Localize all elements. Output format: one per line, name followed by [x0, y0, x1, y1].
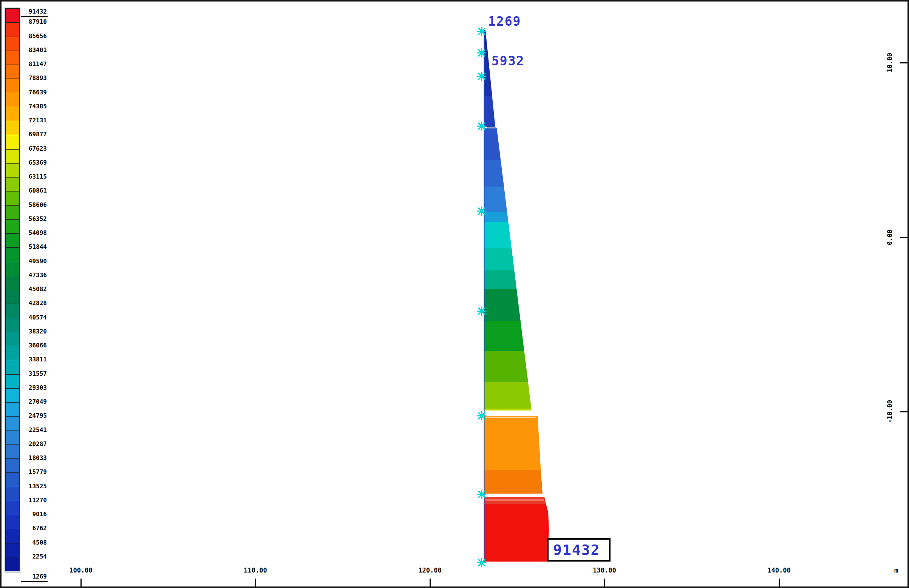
node-star-icon	[477, 307, 486, 315]
legend-tick-label: 38320	[18, 328, 47, 335]
y-axis-tick-label: 0.00	[881, 215, 898, 260]
x-axis-tick	[81, 578, 82, 587]
legend-tick-label: 65369	[18, 159, 47, 166]
legend-color-band	[5, 8, 19, 23]
legend-tick-label: 31557	[18, 370, 47, 377]
force-diagram-band	[484, 409, 532, 410]
y-axis-tick-label: 10.00	[881, 40, 898, 86]
legend-tick-label: 15779	[18, 468, 47, 475]
x-axis-tick	[255, 578, 256, 587]
legend-color-band	[5, 557, 19, 571]
legend-tick-label: 33811	[18, 356, 47, 363]
y-axis-tick-label: -10.00	[881, 389, 898, 434]
legend-tick-label: 11270	[18, 497, 47, 504]
y-axis-tick	[900, 62, 909, 63]
legend-color-band	[5, 543, 19, 557]
legend-tick-label: 24795	[18, 412, 47, 419]
legend-color-band	[5, 149, 19, 163]
legend-color-band	[5, 205, 19, 220]
force-diagram-band	[484, 248, 514, 270]
legend-color-band	[5, 135, 19, 149]
legend-tick-label: 4508	[18, 539, 47, 546]
legend-tick-label: 9016	[18, 510, 47, 518]
y-axis-tick-label-text: -10.00	[886, 400, 893, 423]
y-axis-tick	[900, 411, 909, 412]
node-star-icon	[477, 122, 486, 130]
legend-tick-label: 69877	[18, 131, 47, 138]
force-diagram-band	[484, 416, 541, 470]
legend-color-band	[5, 107, 19, 121]
legend-color-band	[5, 529, 19, 543]
force-diagram-band	[484, 270, 517, 289]
legend-color-band	[5, 121, 19, 135]
legend-color-band	[5, 177, 19, 191]
legend-color-band	[5, 247, 19, 262]
legend-color-band	[5, 65, 19, 79]
node-star-icon	[477, 412, 486, 420]
y-axis-tick	[900, 237, 909, 238]
x-axis-tick	[430, 578, 431, 587]
force-diagram-band	[484, 212, 508, 222]
node-star-icon	[477, 27, 486, 36]
legend-tick-label: 51844	[18, 243, 47, 250]
legend-color-band	[5, 220, 19, 234]
x-axis-tick	[604, 578, 605, 587]
legend-color-band	[5, 515, 19, 529]
legend-color-band	[5, 332, 19, 346]
legend-color-band	[5, 22, 19, 37]
legend-color-band	[5, 276, 19, 290]
force-diagram-band	[484, 62, 492, 96]
node-value-label-upper: 5932	[492, 53, 524, 68]
legend-tick-label: 76639	[18, 89, 47, 96]
legend-tick-label: 60861	[18, 187, 47, 194]
legend-tick-label: 29303	[18, 384, 47, 391]
legend-color-band	[5, 163, 19, 178]
legend-color-band	[5, 37, 19, 51]
node-star-icon	[477, 72, 486, 81]
node-star-icon	[477, 559, 486, 567]
node-star-icon	[477, 49, 486, 57]
legend-tick-label: 13525	[18, 483, 47, 490]
legend-tick-label: 78893	[18, 74, 47, 82]
legend-tick-label: 36066	[18, 342, 47, 349]
legend-color-band	[5, 191, 19, 205]
force-diagram-band	[484, 187, 507, 212]
force-diagram-band	[484, 382, 531, 409]
force-diagram-band	[484, 222, 511, 248]
legend-tick-label: 49590	[18, 258, 47, 265]
legend-tick-label: 27049	[18, 398, 47, 405]
legend-tick-label: 42828	[18, 299, 47, 307]
legend-color-band	[5, 346, 19, 360]
x-axis-tick-label: 130.00	[587, 567, 621, 574]
legend-color-band	[5, 501, 19, 515]
legend-tick-label: 56352	[18, 215, 47, 223]
x-axis-tick-label: 120.00	[413, 567, 447, 574]
force-diagram	[2, 2, 909, 588]
legend-tick-label: 2254	[18, 553, 47, 560]
force-diagram-band	[484, 289, 521, 321]
legend-tick-label: 1269	[18, 573, 47, 580]
legend-tick-label: 81147	[18, 60, 47, 68]
y-axis-tick-label-text: 0.00	[886, 229, 893, 245]
legend-color-band	[5, 388, 19, 402]
legend-tick-label: 83401	[18, 47, 47, 53]
x-axis-tick-label: 110.00	[238, 567, 272, 574]
legend-tick-label: 72131	[18, 117, 47, 124]
max-value-label: 91432	[548, 541, 600, 558]
legend-color-band	[5, 402, 19, 417]
force-diagram-band	[484, 470, 542, 494]
legend-tick-label: 67623	[18, 145, 47, 152]
legend-color-band	[5, 374, 19, 389]
legend-tick-label: 45082	[18, 286, 47, 293]
legend-color-band	[5, 444, 19, 459]
y-axis-tick-label-text: 10.00	[886, 53, 893, 72]
force-diagram-block	[484, 504, 549, 562]
legend-tick-label: 87910	[18, 18, 47, 25]
legend-color-band	[5, 304, 19, 318]
legend-color-band	[5, 51, 19, 65]
legend-tick-label: 20287	[18, 440, 47, 447]
legend-tick-label: 74385	[18, 103, 47, 110]
legend-tick-label: 6762	[18, 525, 47, 532]
legend-tick-label: 40574	[18, 314, 47, 321]
legend-color-band	[5, 262, 19, 276]
